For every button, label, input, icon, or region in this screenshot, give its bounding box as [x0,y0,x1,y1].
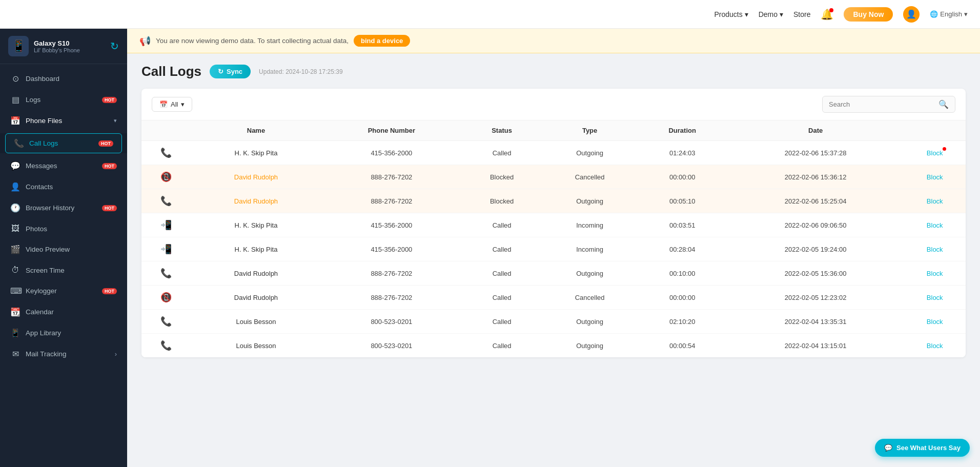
caller-name-cell: Louis Besson [191,310,321,334]
call-type-icon: 📞 [141,189,191,213]
call-type: Incoming [542,213,638,237]
col-type: Type [542,120,638,141]
block-button[interactable]: Block [927,173,943,181]
app-library-icon: 📱 [10,328,21,338]
block-button[interactable]: Block [927,197,943,205]
sidebar-item-mail-tracking[interactable]: ✉ Mail Tracking › [0,343,127,364]
sidebar-item-video-preview[interactable]: 🎬 Video Preview [0,239,127,260]
table-row: 📞 Louis Besson 800-523-0201 Called Outgo… [141,310,966,334]
block-action: Block [904,213,966,237]
call-date: 2022-02-06 09:06:50 [727,213,904,237]
demo-label: Demo [759,10,778,18]
call-duration: 00:00:00 [638,286,727,310]
products-menu[interactable]: Products ▾ [714,10,748,18]
sidebar-item-keylogger[interactable]: ⌨ Keylogger HOT [0,280,127,301]
search-icon[interactable]: 🔍 [938,99,949,109]
caller-name[interactable]: David Rudolph [234,173,278,181]
call-type: Outgoing [542,261,638,286]
call-duration: 00:03:51 [638,213,727,237]
search-box[interactable]: 🔍 [822,96,955,113]
block-button[interactable]: Block [927,342,943,350]
filter-all-button[interactable]: 📅 All ▾ [152,97,192,112]
messages-hot-badge: HOT [102,163,117,169]
col-status: Status [462,120,542,141]
language-label: English [940,10,962,18]
caller-name-cell: Louis Besson [191,334,321,358]
main-content: 📢 You are now viewing demo data. To star… [127,29,980,467]
page-title: Call Logs [141,64,201,79]
buy-now-button[interactable]: Buy Now [844,7,893,22]
sidebar-item-logs[interactable]: ▤ Logs HOT [0,89,127,110]
sidebar-item-label: Keylogger [26,287,96,295]
demo-menu[interactable]: Demo ▾ [759,10,783,18]
sidebar-item-dashboard[interactable]: ⊙ Dashboard [0,68,127,89]
table-row: 📵 David Rudolph 888-276-7202 Blocked Can… [141,165,966,189]
block-button[interactable]: Block [927,246,943,253]
notification-bell[interactable]: 🔔 [821,8,833,21]
call-duration: 00:10:00 [638,261,727,286]
phone-number: 888-276-7202 [321,261,461,286]
sidebar-item-photos[interactable]: 🖼 Photos [0,218,127,239]
sidebar-item-calendar[interactable]: 📆 Calendar [0,301,127,322]
bind-device-button[interactable]: bind a device [354,35,410,47]
sidebar-sync-icon[interactable]: ↻ [110,40,119,52]
call-type-icon: 📲 [141,213,191,237]
call-type: Cancelled [542,165,638,189]
sidebar-navigation: ⊙ Dashboard ▤ Logs HOT 📅 Phone Files ▾ 📞… [0,64,127,467]
search-input[interactable] [829,100,934,108]
page-body: Call Logs ↻ Sync Updated: 2024-10-28 17:… [127,53,980,467]
sidebar-item-label: Video Preview [26,246,117,253]
sidebar-item-phone-files[interactable]: 📅 Phone Files ▾ [0,110,127,131]
caller-name: H. K. Skip Pita [235,246,278,253]
sidebar-item-screen-time[interactable]: ⏱ Screen Time [0,260,127,280]
caller-name: David Rudolph [234,294,278,301]
user-avatar[interactable]: 👤 [903,6,920,23]
device-name: Galaxy S10 [34,39,105,47]
banner-icon: 📢 [139,35,151,47]
sidebar-item-browser-history[interactable]: 🕐 Browser History HOT [0,197,127,218]
sidebar-item-label: Dashboard [26,75,117,83]
lang-chevron: ▾ [964,10,968,18]
device-info: Galaxy S10 Lil' Bobby's Phone [34,39,105,53]
call-date: 2022-02-06 15:25:04 [727,189,904,213]
caller-name[interactable]: David Rudolph [234,197,278,205]
store-link[interactable]: Store [793,10,810,18]
sidebar-item-contacts[interactable]: 👤 Contacts [0,176,127,197]
block-button[interactable]: Block [927,294,943,301]
language-selector[interactable]: 🌐 English ▾ [930,10,968,18]
sidebar-item-label: App Library [26,329,117,337]
demo-banner: 📢 You are now viewing demo data. To star… [127,29,980,53]
contacts-icon: 👤 [10,182,21,192]
phone-number: 888-276-7202 [321,286,461,310]
notification-dot [829,8,833,12]
sidebar-item-label: Mail Tracking [26,350,110,358]
sidebar-item-call-logs[interactable]: 📞 Call Logs HOT [5,133,122,153]
table-header: Name Phone Number Status Type Duration D… [141,120,966,141]
call-logs-icon: 📞 [14,138,24,148]
chat-bubble[interactable]: 💬 See What Users Say [875,439,970,457]
logs-hot-badge: HOT [102,97,117,103]
block-button[interactable]: Block [927,270,943,277]
block-button[interactable]: Block [927,221,943,229]
call-type-icon: 📞 [141,261,191,286]
sync-button[interactable]: ↻ Sync [210,65,251,78]
table-row: 📞 David Rudolph 888-276-7202 Called Outg… [141,261,966,286]
sidebar-item-messages[interactable]: 💬 Messages HOT [0,155,127,176]
calendar-filter-icon: 📅 [159,100,168,108]
call-type: Outgoing [542,334,638,358]
caller-name: Louis Besson [236,342,276,350]
phone-number: 415-356-2000 [321,141,461,165]
call-status: Called [462,310,542,334]
filter-label: All [171,100,178,108]
call-duration: 00:00:54 [638,334,727,358]
call-date: 2022-02-05 15:36:00 [727,261,904,286]
call-date: 2022-02-05 19:24:00 [727,237,904,261]
sidebar-item-app-library[interactable]: 📱 App Library [0,322,127,343]
block-button[interactable]: Block [927,149,943,157]
caller-name-cell: H. K. Skip Pita [191,237,321,261]
block-action: Block [904,165,966,189]
video-preview-icon: 🎬 [10,245,21,254]
block-button[interactable]: Block [927,318,943,326]
last-updated: Updated: 2024-10-28 17:25:39 [259,68,342,75]
mail-tracking-icon: ✉ [10,349,21,359]
